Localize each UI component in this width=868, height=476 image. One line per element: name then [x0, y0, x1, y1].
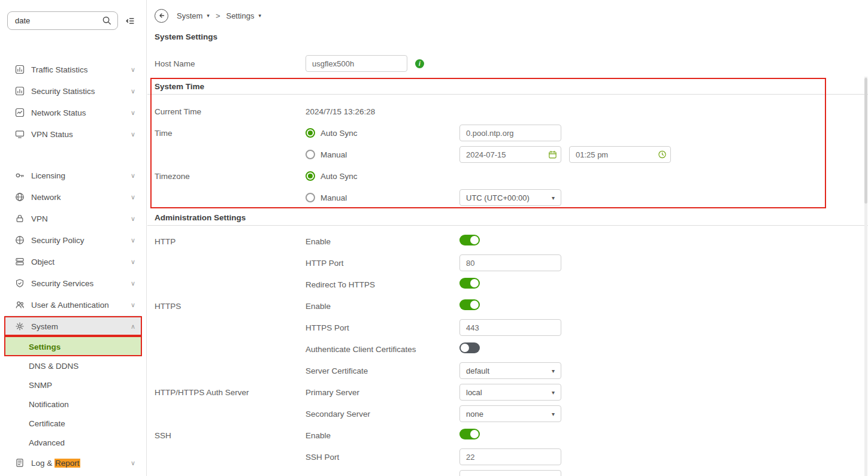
administration-section-header: Administration Settings [147, 210, 868, 226]
date-picker[interactable] [459, 146, 561, 163]
security-services-icon [15, 278, 25, 288]
sidebar-item-label: Object [31, 257, 55, 266]
https-port-label: HTTPS Port [306, 323, 459, 332]
timezone-auto-sync-radio[interactable]: Auto Sync [306, 171, 459, 181]
date-input[interactable] [459, 146, 561, 163]
sidebar-subitem-settings[interactable]: Settings [5, 337, 141, 356]
breadcrumb-separator: > [216, 11, 220, 20]
breadcrumb-system[interactable]: System ▾ [177, 11, 210, 20]
security-statistics-icon [15, 86, 25, 96]
chevron-down-icon [552, 389, 555, 396]
time-manual-row: Manual [147, 144, 868, 165]
scrollbar-thumb[interactable] [864, 78, 867, 204]
auth-client-cert-toggle[interactable] [459, 342, 480, 353]
sidebar-subitem-advanced[interactable]: Advanced [0, 433, 146, 452]
sidebar-item-vpn[interactable]: VPN [0, 208, 146, 229]
secondary-server-select[interactable]: none [459, 405, 561, 422]
network-status-icon [15, 108, 25, 117]
breadcrumb: System ▾ > Settings ▾ [155, 7, 868, 24]
info-icon[interactable]: i [415, 59, 424, 68]
sidebar-item-label: Traffic Statistics [31, 65, 88, 74]
main-content: System ▾ > Settings ▾ System Settings Ho… [147, 0, 868, 476]
search-match-highlight: Report [55, 459, 80, 468]
ssh-port-row: SSH Port [147, 446, 868, 468]
chevron-down-icon [131, 216, 135, 222]
sidebar-item-label: Log & Report [31, 459, 80, 468]
sidebar-item-network-status[interactable]: Network Status [0, 102, 146, 123]
traffic-statistics-icon [15, 65, 25, 74]
ssh-port-input[interactable] [459, 448, 561, 465]
vertical-scrollbar[interactable] [864, 77, 867, 476]
https-port-input[interactable] [459, 319, 561, 336]
chevron-down-icon [552, 368, 555, 374]
sidebar-item-network[interactable]: Network [0, 186, 146, 208]
auth-server-group-label: HTTP/HTTPS Auth Server [155, 388, 306, 397]
sidebar-subitem-notification[interactable]: Notification [0, 395, 146, 414]
search-input[interactable] [15, 16, 102, 25]
search-icon[interactable] [102, 16, 112, 26]
server-cert-select[interactable]: default [459, 362, 561, 379]
sidebar-item-object[interactable]: Object [0, 251, 146, 272]
time-picker[interactable] [569, 146, 671, 163]
radio-unchecked-icon[interactable] [306, 193, 315, 202]
host-name-input[interactable] [306, 55, 407, 72]
ssh-server-cert-select[interactable]: default [459, 470, 561, 476]
time-manual-radio[interactable]: Manual [306, 150, 459, 159]
breadcrumb-settings[interactable]: Settings ▾ [226, 11, 261, 20]
sidebar-item-user-authentication[interactable]: User & Authentication [0, 294, 146, 316]
clock-icon[interactable] [658, 150, 667, 159]
sidebar-subitem-snmp[interactable]: SNMP [0, 375, 146, 395]
radio-checked-icon[interactable] [306, 128, 315, 138]
http-enable-row: HTTP Enable [147, 231, 868, 252]
chevron-down-icon [131, 88, 135, 95]
https-enable-toggle[interactable] [459, 299, 480, 310]
ssh-server-cert-label: Server Certificate [306, 474, 459, 476]
sidebar-item-traffic-statistics[interactable]: Traffic Statistics [0, 59, 146, 80]
sidebar-subitem-certificate[interactable]: Certificate [0, 414, 146, 433]
calendar-icon[interactable] [548, 150, 557, 159]
time-auto-sync-radio[interactable]: Auto Sync [306, 128, 459, 138]
sidebar-item-system[interactable]: System [5, 316, 141, 337]
chevron-down-icon [131, 66, 135, 73]
ssh-enable-toggle[interactable] [459, 429, 480, 439]
chevron-down-icon [131, 172, 135, 179]
page-title: System Settings [155, 32, 868, 43]
chevron-down-icon [552, 195, 555, 201]
sidebar-item-security-services[interactable]: Security Services [0, 272, 146, 294]
radio-unchecked-icon[interactable] [306, 150, 315, 159]
http-port-label: HTTP Port [306, 259, 459, 268]
http-port-input[interactable] [459, 254, 561, 271]
https-port-row: HTTPS Port [147, 317, 868, 338]
auth-client-cert-row: Authenticate Client Certificates [147, 338, 868, 360]
radio-checked-icon[interactable] [306, 171, 315, 181]
primary-server-select[interactable]: local [459, 384, 561, 401]
redirect-https-toggle[interactable] [459, 278, 480, 289]
http-enable-toggle[interactable] [459, 235, 480, 245]
sidebar-item-licensing[interactable]: Licensing [0, 165, 146, 186]
chevron-down-icon [131, 460, 135, 466]
ntp-server-input[interactable] [459, 125, 561, 141]
host-name-row: Host Name i [147, 53, 868, 74]
sidebar-subitem-dns-ddns[interactable]: DNS & DDNS [0, 356, 146, 375]
sidebar-item-log-report[interactable]: Log & Report [0, 452, 146, 474]
time-input[interactable] [569, 146, 671, 163]
sidebar-item-security-policy[interactable]: Security Policy [0, 229, 146, 251]
primary-server-row: HTTP/HTTPS Auth Server Primary Server lo… [147, 381, 868, 403]
timezone-manual-radio[interactable]: Manual [306, 193, 459, 202]
sidebar-item-security-statistics[interactable]: Security Statistics [0, 80, 146, 102]
sidebar-search[interactable] [7, 11, 118, 30]
collapse-sidebar-button[interactable] [123, 14, 137, 28]
current-time-value: 2024/7/15 13:26:28 [306, 107, 868, 116]
back-button[interactable] [155, 9, 168, 23]
host-name-label: Host Name [155, 59, 306, 68]
http-group-label: HTTP [155, 237, 306, 246]
sidebar-item-vpn-status[interactable]: VPN Status [0, 123, 146, 145]
sidebar-item-label: Security Statistics [31, 87, 95, 96]
sidebar: Traffic Statistics Security Statistics N… [0, 0, 147, 476]
redirect-https-row: Redirect To HTTPS [147, 274, 868, 295]
timezone-select[interactable]: UTC (UTC+00:00) [459, 189, 561, 206]
ssh-server-cert-row: Server Certificate default [147, 468, 868, 476]
log-report-icon [15, 458, 25, 468]
secondary-server-label: Secondary Server [306, 410, 459, 419]
chevron-down-icon [131, 110, 135, 116]
